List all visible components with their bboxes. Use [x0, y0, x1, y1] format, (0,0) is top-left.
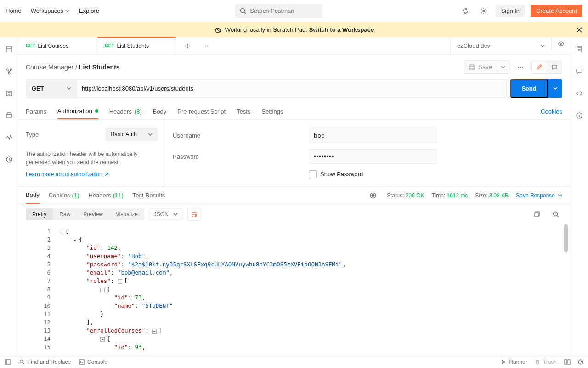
more-actions-icon[interactable] — [514, 61, 527, 74]
svg-point-20 — [522, 66, 523, 67]
offline-icon — [214, 26, 221, 34]
network-icon[interactable] — [367, 189, 379, 202]
headers-count: (8) — [135, 108, 142, 115]
view-pretty[interactable]: Pretty — [26, 208, 53, 220]
svg-line-1 — [244, 12, 246, 14]
switch-workspace-link[interactable]: Switch to a Workspace — [309, 26, 374, 33]
tab-list-students[interactable]: GET List Students — [97, 37, 176, 54]
environment-quicklook-icon[interactable] — [551, 37, 570, 50]
sync-icon[interactable] — [459, 5, 472, 17]
username-input[interactable]: bob — [309, 128, 437, 143]
comment-icon[interactable] — [547, 61, 562, 73]
tab-actions-icon[interactable] — [199, 40, 212, 52]
tab-prerequest[interactable]: Pre-request Script — [177, 104, 226, 119]
username-label: Username — [173, 132, 309, 139]
signin-button[interactable]: Sign In — [496, 5, 525, 17]
svg-rect-36 — [79, 360, 84, 364]
cookies-link[interactable]: Cookies — [541, 108, 562, 115]
send-button[interactable]: Send — [510, 79, 548, 98]
svg-line-24 — [557, 216, 559, 218]
show-password-label: Show Password — [320, 171, 363, 178]
console-button[interactable]: Console — [79, 359, 107, 365]
http-method-select[interactable]: GET — [26, 79, 77, 98]
view-preview[interactable]: Preview — [77, 208, 109, 220]
line-number-gutter: 123456789101112131415 — [26, 224, 59, 356]
learn-more-link[interactable]: Learn more about authorization — [26, 171, 109, 178]
url-input[interactable]: http://localhost:8080/api/v1/users/stude… — [77, 79, 507, 98]
status-label: Status: — [387, 192, 404, 199]
auth-type-select[interactable]: Basic Auth — [106, 128, 158, 141]
svg-rect-37 — [565, 360, 567, 364]
settings-icon[interactable] — [477, 5, 490, 17]
apis-icon[interactable] — [3, 65, 16, 78]
tab-list-courses[interactable]: GET List Courses — [18, 37, 97, 54]
nav-explore[interactable]: Explore — [79, 7, 99, 14]
comments-icon[interactable] — [573, 65, 586, 78]
nav-workspaces[interactable]: Workspaces — [31, 7, 70, 14]
username-value: bob — [314, 132, 325, 139]
search-response-icon[interactable] — [549, 208, 562, 221]
password-input[interactable]: •••••••• — [309, 149, 437, 164]
status-value: 200 OK — [406, 192, 424, 199]
mock-servers-icon[interactable] — [3, 109, 16, 122]
collections-icon[interactable] — [3, 43, 16, 56]
time-value: 1612 ms — [447, 192, 468, 199]
tab-tests[interactable]: Tests — [237, 104, 250, 119]
environments-icon[interactable] — [3, 87, 16, 100]
nav-home[interactable]: Home — [6, 7, 22, 14]
svg-point-16 — [207, 45, 208, 46]
new-tab-icon[interactable] — [181, 40, 194, 52]
send-dropdown[interactable] — [548, 79, 562, 98]
wrap-lines-icon[interactable] — [187, 208, 201, 221]
runner-label: Runner — [509, 359, 527, 365]
save-button[interactable]: Save — [464, 61, 497, 73]
tab-settings[interactable]: Settings — [261, 104, 283, 119]
resp-tab-body[interactable]: Body — [26, 187, 40, 204]
svg-point-15 — [205, 45, 206, 46]
search-input[interactable]: Search Postman — [235, 4, 322, 18]
copy-icon[interactable] — [530, 208, 543, 221]
tab-headers[interactable]: Headers (8) — [109, 104, 142, 119]
documentation-icon[interactable] — [573, 43, 586, 56]
format-select[interactable]: JSON — [149, 208, 183, 220]
svg-line-35 — [23, 363, 24, 364]
hide-sidebar-button[interactable] — [5, 359, 11, 365]
svg-rect-3 — [6, 46, 12, 52]
tab-body[interactable]: Body — [153, 104, 167, 119]
resp-tab-headers[interactable]: Headers (11) — [89, 187, 124, 204]
tab-authorization[interactable]: Authorization — [57, 104, 98, 119]
environment-select[interactable]: ezCloud dev — [450, 37, 551, 54]
trash-button[interactable]: Trash — [535, 359, 557, 365]
runner-button[interactable]: Runner — [501, 359, 527, 365]
save-label: Save — [478, 63, 492, 70]
resp-cookies-label: Cookies — [49, 192, 70, 199]
vertical-scrollbar[interactable] — [564, 224, 568, 252]
view-visualize[interactable]: Visualize — [109, 208, 144, 220]
history-icon[interactable] — [3, 153, 16, 166]
save-response-button[interactable]: Save Response — [516, 192, 562, 199]
banner-text: Working locally in Scratch Pad. — [225, 26, 307, 33]
chevron-down-icon — [65, 9, 70, 13]
tab-params[interactable]: Params — [26, 104, 46, 119]
info-icon[interactable] — [573, 109, 586, 122]
resp-tab-cookies[interactable]: Cookies (1) — [49, 187, 79, 204]
edit-icon[interactable] — [532, 61, 547, 73]
resp-tab-test-results[interactable]: Test Results — [133, 187, 165, 204]
view-raw[interactable]: Raw — [53, 208, 77, 220]
auth-type-label: Type — [26, 131, 39, 138]
code-snippet-icon[interactable] — [573, 87, 586, 100]
tab-method: GET — [105, 43, 114, 48]
create-account-button[interactable]: Create Account — [531, 5, 582, 17]
banner-close-icon[interactable] — [576, 27, 582, 33]
find-replace-button[interactable]: Find and Replace — [19, 359, 71, 365]
monitors-icon[interactable] — [3, 131, 16, 144]
help-button[interactable] — [578, 359, 583, 365]
save-icon — [469, 64, 475, 70]
svg-point-2 — [483, 10, 485, 12]
show-password-checkbox[interactable] — [309, 170, 317, 178]
response-body-viewer[interactable]: [ { "id": 142, "username": "Bob", "passw… — [59, 224, 570, 356]
breadcrumb-parent[interactable]: Course Manager — [26, 63, 74, 71]
svg-rect-12 — [7, 113, 11, 114]
two-pane-button[interactable] — [564, 359, 571, 365]
save-dropdown[interactable] — [497, 62, 509, 72]
